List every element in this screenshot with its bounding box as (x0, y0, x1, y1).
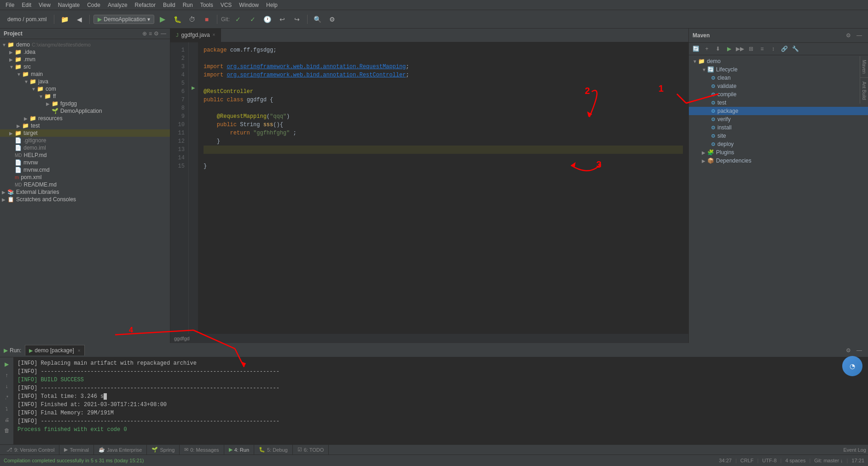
run-config-selector[interactable]: ▶ DemoApplication ▾ (93, 15, 154, 24)
clear-btn[interactable]: 🗑 (2, 425, 12, 436)
maven-item-test[interactable]: ⚙ test (689, 99, 868, 107)
print-btn[interactable]: 🖨 (2, 414, 12, 425)
editor-tab-ggdfgd[interactable]: J ggdfgd.java × (170, 29, 221, 42)
run-again-btn[interactable]: ▶ (2, 359, 12, 369)
bottom-minimize-btn[interactable]: — (854, 345, 864, 355)
menu-window[interactable]: Window (235, 1, 262, 9)
tree-item-demo[interactable]: ▼ 📁 demo C:\xiangmu\test\test\demo (0, 41, 170, 48)
git-history-btn[interactable]: 🕐 (261, 13, 274, 26)
bottom-settings-btn[interactable]: ⚙ (843, 345, 853, 355)
tool-tab-messages[interactable]: ✉ 0: Messages (180, 445, 224, 454)
tool-tab-spring[interactable]: 🌱 Spring (147, 445, 180, 454)
regex-btn[interactable]: .* (2, 392, 12, 402)
minimize-panel-btn[interactable]: — (161, 30, 166, 37)
toolbar-folder-btn[interactable]: 📁 (58, 13, 71, 26)
maven-download-btn[interactable]: ⬇ (713, 44, 723, 54)
menu-edit[interactable]: Edit (18, 1, 35, 9)
gutter-run-7[interactable]: ▶ (189, 84, 198, 92)
maven-minimize-btn[interactable]: — (854, 30, 864, 41)
tree-item-readmemd[interactable]: MD README.md (0, 181, 170, 188)
maven-item-site[interactable]: ⚙ site (689, 132, 868, 140)
locate-btn[interactable]: ⊕ (142, 30, 147, 37)
run-coverage-btn[interactable]: ⏱ (186, 13, 198, 26)
tool-tab-terminal[interactable]: ▶ Terminal (59, 445, 94, 454)
tree-item-pomxml[interactable]: m pom.xml (0, 174, 170, 181)
menu-help[interactable]: Help (262, 1, 281, 9)
search-btn[interactable]: 🔍 (311, 13, 324, 26)
maven-item-validate[interactable]: ⚙ validate (689, 82, 868, 90)
tree-item-fgsdgg[interactable]: ▶ 📁 fgsdgg (0, 100, 170, 107)
sort-btn[interactable]: ≡ (149, 30, 152, 37)
maven-wrench-btn[interactable]: 🔧 (790, 44, 800, 54)
tree-item-src[interactable]: ▼ 📁 src (0, 63, 170, 70)
tool-tab-version-control[interactable]: ⎇ 9: Version Control (2, 445, 59, 454)
maven-item-verify[interactable]: ⚙ verify (689, 115, 868, 123)
menu-vcs[interactable]: VCS (217, 1, 236, 9)
tree-item-test[interactable]: ▶ 📁 test (0, 122, 170, 129)
menu-analyze[interactable]: Analyze (104, 1, 131, 9)
scroll-down-btn[interactable]: ↓ (2, 381, 12, 391)
maven-item-dependencies[interactable]: ▶ 📦 Dependencies (689, 157, 868, 165)
maven-settings-btn[interactable]: ⚙ (843, 30, 853, 41)
tool-tab-java-enterprise[interactable]: ☕ Java Enterprise (94, 445, 147, 454)
side-tab-maven[interactable]: Maven (860, 56, 868, 78)
scroll-end-btn[interactable]: ⤵ (2, 403, 12, 414)
tree-item-mvnwcmd[interactable]: 📄 mvnw.cmd (0, 166, 170, 174)
debug-btn[interactable]: 🐛 (171, 13, 184, 26)
maven-refresh-btn[interactable]: 🔄 (691, 44, 701, 54)
maven-run-btn[interactable]: ▶ (724, 44, 734, 54)
git-check1-btn[interactable]: ✓ (232, 13, 245, 26)
maven-link-btn[interactable]: 🔗 (779, 44, 789, 54)
tree-item-resources[interactable]: ▶ 📁 resources (0, 115, 170, 122)
tool-tab-debug[interactable]: 🐛 5: Debug (254, 445, 293, 454)
tree-item-java[interactable]: ▼ 📁 java (0, 78, 170, 85)
menu-build[interactable]: Build (159, 1, 179, 9)
tree-item-idea[interactable]: ▶ 📁 .idea (0, 48, 170, 56)
stop-btn[interactable]: ■ (200, 13, 213, 26)
menu-view[interactable]: View (35, 1, 54, 9)
maven-item-deploy[interactable]: ⚙ deploy (689, 140, 868, 148)
maven-item-install[interactable]: ⚙ install (689, 123, 868, 132)
tree-item-gitignore[interactable]: 📄 .gitignore (0, 137, 170, 144)
menu-file[interactable]: File (2, 1, 18, 9)
tool-tab-run[interactable]: ▶ 4: Run (224, 445, 254, 454)
settings-btn[interactable]: ⚙ (326, 13, 339, 26)
maven-item-lifecycle[interactable]: ▼ 🔄 Lifecycle (689, 65, 868, 74)
status-git[interactable]: Git: master ↓ (814, 458, 843, 463)
maven-item-plugins[interactable]: ▶ 🧩 Plugins (689, 148, 868, 157)
tree-item-mvnw[interactable]: 📄 mvnw (0, 159, 170, 166)
tree-item-extlibs[interactable]: ▶ 📚 External Libraries (0, 188, 170, 196)
maven-item-compile[interactable]: ⚙ compile (689, 90, 868, 99)
tree-item-com[interactable]: ▼ 📁 com (0, 85, 170, 93)
tree-item-helpmd[interactable]: MD HELP.md (0, 151, 170, 159)
git-redo-btn[interactable]: ↪ (291, 13, 303, 26)
menu-refactor[interactable]: Refactor (131, 1, 159, 9)
menu-tools[interactable]: Tools (197, 1, 217, 9)
maven-generate-btn[interactable]: + (702, 44, 712, 54)
maven-sort-btn[interactable]: ↕ (768, 44, 778, 54)
tree-item-mvn[interactable]: ▶ 📁 .mvn (0, 56, 170, 63)
tool-tab-todo[interactable]: ☑ 6: TODO (293, 445, 329, 454)
tree-item-main[interactable]: ▼ 📁 main (0, 70, 170, 78)
tree-item-scratches[interactable]: ▶ 📋 Scratches and Consoles (0, 196, 170, 203)
run-tab-demo-package[interactable]: ▶ demo [package] × (25, 345, 84, 355)
maven-toggle-btn[interactable]: ⊞ (746, 44, 756, 54)
maven-item-demo[interactable]: ▼ 📁 demo (689, 57, 868, 65)
run-tab-close[interactable]: × (78, 348, 81, 353)
toolbar-back-btn[interactable]: ◀ (73, 13, 86, 26)
tree-item-demoiml[interactable]: 📄 demo.iml (0, 144, 170, 151)
maven-item-package[interactable]: ⚙ package (689, 107, 868, 115)
settings-panel-btn[interactable]: ⚙ (154, 30, 159, 37)
event-log-btn[interactable]: Event Log (843, 447, 866, 453)
tree-item-demoapplication[interactable]: 🌱 DemoApplication (0, 107, 170, 115)
menu-code[interactable]: Code (83, 1, 104, 9)
maven-run2-btn[interactable]: ▶▶ (735, 44, 745, 54)
maven-item-clean[interactable]: ⚙ clean (689, 74, 868, 82)
menu-run[interactable]: Run (179, 1, 197, 9)
maven-collapse-btn[interactable]: ≡ (757, 44, 767, 54)
tree-item-ff[interactable]: ▼ 📁 ff (0, 93, 170, 100)
git-undo-btn[interactable]: ↩ (276, 13, 289, 26)
menu-navigate[interactable]: Navigate (54, 1, 83, 9)
run-btn[interactable]: ▶ (156, 13, 169, 26)
code-editor[interactable]: package com.ff.fgsdgg; import org.spring… (198, 42, 688, 334)
